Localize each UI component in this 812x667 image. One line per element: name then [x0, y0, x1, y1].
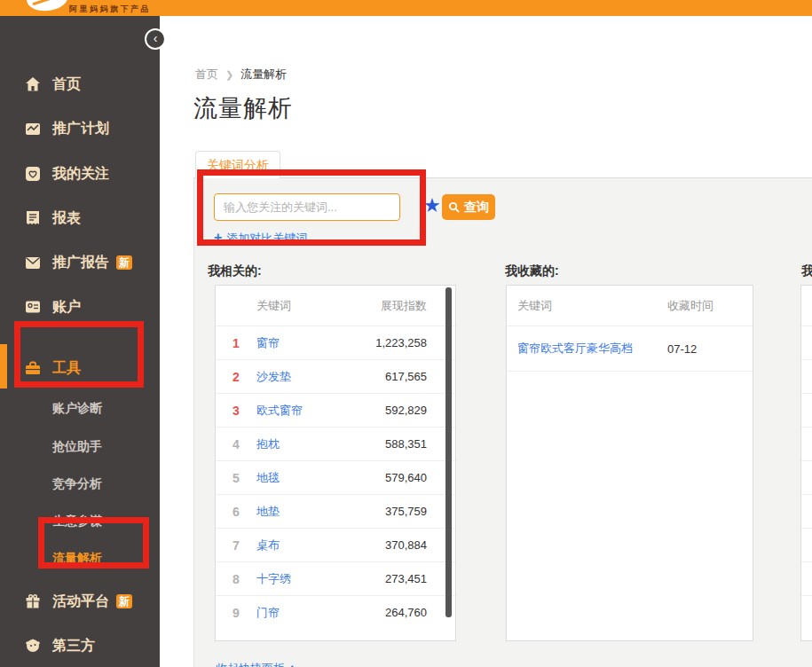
favorite-time: 07-12 [667, 342, 753, 356]
column-impression-index: 展现指数 [338, 298, 427, 314]
sidebar-item-label: 活动平台 [52, 592, 109, 611]
collapse-quick-panel-link[interactable]: 收起快捷面板 ∧ [216, 661, 296, 667]
sidebar-item-label: 第三方 [52, 637, 95, 655]
sidebar: 首页 推广计划 我的关注 报表 推广报告 新 账户 工具 账户诊断 [0, 16, 160, 667]
tab-keyword-analysis[interactable]: 关键词分析 [195, 151, 280, 178]
keyword-link[interactable]: 十字绣 [256, 572, 291, 585]
table-row: 新 [801, 460, 812, 494]
column-keyword: 关键词 [507, 298, 667, 314]
table-row: 6地垫375,759 [216, 494, 455, 528]
sidebar-item-home[interactable]: 首页 [0, 69, 160, 99]
column-keyword: 关键词 [256, 298, 338, 314]
sidebar-subitem-rank-helper[interactable]: 抢位助手 [0, 432, 160, 462]
top-brand-bar: 阿里妈妈旗下产品 [0, 0, 812, 16]
breadcrumb-current: 流量解析 [240, 67, 287, 81]
sidebar-item-label: 推广计划 [52, 120, 109, 138]
table-row: 2沙发垫617,565 [216, 359, 455, 393]
main-area: 首页❯流量解析 流量解析 关键词分析 ★ 查询 +添加对比关键词 我相关的: 关… [160, 16, 812, 667]
impression-value: 375,759 [338, 505, 427, 518]
promo-report-icon [24, 254, 42, 271]
gift-icon [24, 592, 42, 610]
keyword-link[interactable]: 窗帘 [256, 336, 280, 349]
keyword-link[interactable]: 门帘 [256, 606, 280, 619]
table-header: 关键词 展现指数 [216, 286, 455, 326]
sidebar-item-account[interactable]: 账户 [0, 292, 160, 322]
chevron-right-icon: ❯ [225, 69, 233, 80]
sidebar-item-promo-report[interactable]: 推广报告 新 [0, 247, 160, 278]
sidebar-subitem-traffic-analysis[interactable]: 流量解析 [0, 544, 160, 574]
vertical-scrollbar[interactable] [445, 287, 452, 617]
rank: 8 [216, 572, 256, 586]
keyword-link[interactable]: 欧式窗帘 [256, 404, 303, 417]
table-header: 关键词 收藏时间 [507, 286, 753, 326]
table-header: 关 [801, 286, 812, 326]
plus-icon: + [214, 230, 222, 245]
breadcrumb-home[interactable]: 首页 [195, 67, 218, 81]
table-row: 女 [801, 427, 812, 460]
breadcrumb: 首页❯流量解析 [195, 67, 287, 82]
page-title: 流量解析 [193, 92, 293, 124]
rank: 2 [216, 370, 256, 384]
toolbox-icon [24, 359, 42, 377]
add-compare-label: 添加对比关键词 [226, 231, 307, 245]
impression-value: 617,565 [338, 370, 427, 383]
impression-value: 370,884 [338, 538, 427, 552]
sidebar-subitem-label: 账户诊断 [52, 401, 102, 417]
search-button[interactable]: 查询 [442, 194, 495, 220]
sidebar-item-label: 我的关注 [52, 165, 109, 184]
sidebar-item-campaign[interactable]: 推广计划 [0, 114, 160, 144]
rank: 9 [216, 606, 256, 620]
sidebar-subitem-account-diagnosis[interactable]: 账户诊断 [0, 394, 160, 424]
keyword-link[interactable]: 地毯 [256, 471, 280, 484]
keyword-link[interactable]: 地垫 [256, 505, 280, 518]
keyword-link[interactable]: 抱枕 [256, 437, 280, 451]
related-keywords-table: 关键词 展现指数 1窗帘1,223,258 2沙发垫617,565 3欧式窗帘5… [215, 285, 456, 641]
sidebar-item-tools[interactable]: 工具 [0, 353, 160, 383]
sidebar-subitem-label: 竞争分析 [52, 476, 102, 492]
sidebar-item-follow[interactable]: 我的关注 [0, 159, 160, 189]
rank: 4 [216, 437, 256, 451]
table-row: 5地毯579,640 [216, 460, 455, 494]
sidebar-subitem-label: 生意参谋 [52, 514, 102, 530]
table-row: 8十字绣273,451 [216, 561, 455, 595]
new-badge: 新 [116, 594, 132, 608]
sidebar-subitem-label: 抢位助手 [52, 439, 102, 455]
impression-value: 264,760 [338, 606, 427, 619]
favorite-star-icon[interactable]: ★ [423, 192, 441, 219]
app-window: 阿里妈妈旗下产品 首页 推广计划 我的关注 报表 推广报告 新 账户 [0, 0, 812, 667]
add-compare-keyword-link[interactable]: +添加对比关键词 [214, 230, 307, 247]
favorites-table: 关键词 收藏时间 窗帘欧式客厅豪华高档 07-12 [506, 285, 753, 641]
sidebar-item-label: 首页 [52, 75, 81, 94]
keyword-link[interactable]: 桌布 [256, 538, 280, 552]
favorites-panel-title: 我收藏的: [505, 263, 559, 279]
sidebar-item-report[interactable]: 报表 [0, 203, 160, 233]
table-row: 三 [801, 393, 812, 427]
report-icon [24, 209, 42, 227]
table-row: 3欧式窗帘592,829 [216, 393, 455, 427]
table-row: 1窗帘1,223,258 [216, 326, 455, 359]
table-row: 野 [801, 494, 812, 528]
sidebar-collapse-button[interactable]: ‹ [145, 28, 166, 50]
search-button-label: 查询 [464, 200, 489, 216]
sidebar-subitem-business-advisor[interactable]: 生意参谋 [0, 506, 160, 537]
table-row: 4抱枕588,351 [216, 427, 455, 460]
clipped-table: 关 窗 小 三 女 新 野 女 黑 冰 [800, 285, 812, 641]
sidebar-item-label: 报表 [52, 209, 81, 228]
table-row: 9门帘264,760 [216, 595, 455, 629]
impression-value: 592,829 [338, 404, 427, 417]
keyword-search-input[interactable] [214, 193, 400, 221]
sidebar-item-third-party[interactable]: 第三方 [0, 631, 160, 661]
clipped-panel-title: 我 [801, 263, 812, 279]
keyword-link[interactable]: 沙发垫 [256, 370, 291, 383]
table-row: 冰 [801, 595, 812, 629]
keyword-link[interactable]: 窗帘欧式客厅豪华高档 [517, 341, 633, 355]
table-row: 女 [801, 528, 812, 561]
sidebar-subitem-competition-analysis[interactable]: 竞争分析 [0, 469, 160, 499]
sidebar-item-activity-platform[interactable]: 活动平台 新 [0, 586, 160, 616]
sidebar-subitem-label: 流量解析 [52, 551, 102, 567]
campaign-icon [24, 120, 42, 137]
sidebar-item-label: 工具 [52, 359, 81, 378]
table-row: 窗帘欧式客厅豪华高档 07-12 [507, 326, 753, 372]
impression-value: 579,640 [338, 471, 427, 484]
heart-icon [24, 165, 42, 183]
